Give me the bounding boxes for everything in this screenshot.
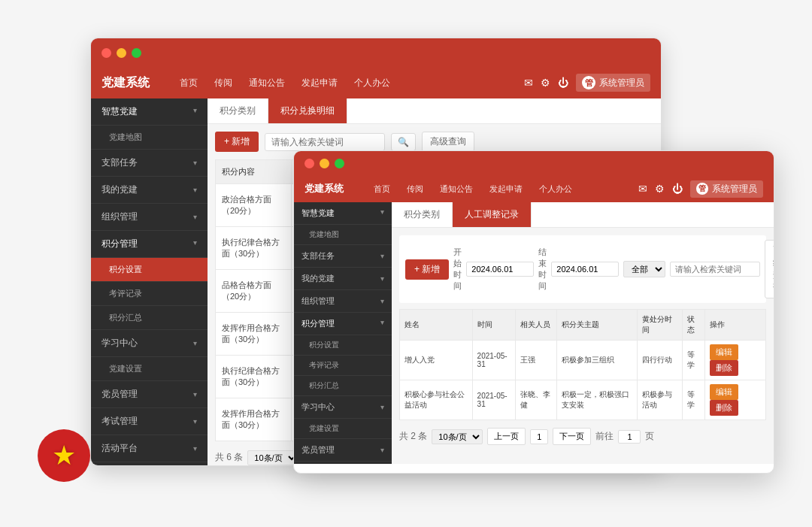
s-nav-home[interactable]: 首页 (366, 180, 398, 198)
s-sidebar-jfhz[interactable]: 积分汇总 (294, 376, 392, 396)
s-maximize-dot[interactable] (335, 159, 344, 168)
chevron-down-icon: ▾ (193, 213, 197, 221)
sidebar-item-zbrw[interactable]: 支部任务 ▾ (91, 150, 208, 177)
second-titlebar (294, 151, 774, 175)
sidebar-item-djsz[interactable]: 党建设置 (91, 357, 208, 381)
s-admin-area[interactable]: 管 系统管理员 (690, 180, 763, 198)
sidebar-item-xxzx[interactable]: 学习中心 ▾ (91, 330, 208, 357)
s-tab-jflb[interactable]: 积分类别 (392, 202, 453, 227)
s-page-1[interactable]: 1 (530, 429, 548, 444)
s-sidebar-kpjl[interactable]: 考评记录 (294, 356, 392, 376)
s-end-date[interactable] (551, 262, 619, 277)
power-icon[interactable]: ⏻ (558, 77, 568, 89)
nav-transfer[interactable]: 传阅 (207, 74, 240, 92)
toolbar: + 新增 🔍 高级查询 (215, 132, 653, 152)
s-sidebar-djdt[interactable]: 党建地图 (294, 225, 392, 245)
s-nav-notice[interactable]: 通知公告 (432, 180, 480, 198)
s-chevron-up2: ▴ (380, 320, 384, 328)
s-sidebar-zzgl[interactable]: 组织管理 ▾ (294, 290, 392, 313)
s-sidebar-wddj[interactable]: 我的党建 ▾ (294, 268, 392, 290)
s-edit-button[interactable]: 编辑 (710, 384, 738, 400)
cell-content: 发挥作用合格方面（30分） (216, 313, 292, 356)
s-cell-duration: 四行行动 (637, 341, 682, 380)
sidebar-item-header-djjj[interactable]: 智慧党建 ▴ (91, 98, 208, 126)
per-page-select[interactable]: 10条/页 (247, 450, 298, 465)
sidebar-item-dygl[interactable]: 党员管理 ▾ (91, 381, 208, 408)
s-advanced-btn[interactable]: 高级查询 (765, 240, 774, 298)
s-cell-people: 王强 (516, 341, 557, 380)
s-tabs-bar: 积分类别 人工调整记录 (392, 202, 774, 228)
new-button[interactable]: + 新增 (215, 132, 259, 152)
mail-icon[interactable]: ✉ (524, 77, 533, 89)
advanced-search-button[interactable]: 高级查询 (422, 132, 474, 152)
s-sidebar-jfsz[interactable]: 积分设置 (294, 335, 392, 356)
s-sidebar-dygl[interactable]: 党员管理 ▾ (294, 439, 392, 462)
sidebar-item-ksgl[interactable]: 考试管理 ▾ (91, 408, 208, 435)
s-sidebar-header[interactable]: 智慧党建 ▴ (294, 202, 392, 225)
settings-icon[interactable]: ⚙ (541, 77, 550, 89)
sidebar-item-kpjl[interactable]: 考评记录 (91, 282, 208, 306)
s-nav-chuanlan[interactable]: 传阅 (399, 180, 431, 198)
sidebar-item-header-jfgl[interactable]: 积分管理 ▴ (91, 231, 208, 258)
s-sidebar-jfgl-header[interactable]: 积分管理 ▴ (294, 313, 392, 335)
s-start-date[interactable] (466, 262, 534, 277)
s-delete-button[interactable]: 删除 (710, 360, 738, 376)
chevron-down-icon: ▾ (193, 417, 197, 426)
s-cell-duration: 积极参与活动 (637, 380, 682, 420)
s-cell-status: 等学 (682, 380, 704, 420)
tab-jfdhmd[interactable]: 积分兑换明细 (268, 98, 347, 123)
chevron-down-icon: ▾ (193, 390, 197, 398)
s-search-input[interactable] (670, 262, 760, 277)
s-nav-personal[interactable]: 个人办公 (532, 180, 580, 198)
s-tab-rgtz[interactable]: 人工调整记录 (453, 202, 532, 227)
chevron-up-icon: ▴ (193, 108, 197, 116)
sidebar-item-wddj[interactable]: 我的党建 ▾ (91, 177, 208, 204)
close-dot[interactable] (102, 48, 111, 58)
s-next-btn[interactable]: 下一页 (553, 428, 591, 445)
nav-apply[interactable]: 发起申请 (294, 74, 345, 92)
s-sidebar-xxzx[interactable]: 学习中心 ▾ (294, 396, 392, 419)
nav-home[interactable]: 首页 (172, 74, 205, 92)
s-sidebar-ksgl[interactable]: 考试管理 (294, 462, 392, 464)
s-sidebar-zbrw[interactable]: 支部任务 ▾ (294, 245, 392, 268)
nav-notice[interactable]: 通知公告 (241, 74, 292, 92)
minimize-dot[interactable] (117, 48, 126, 58)
s-page-input[interactable] (618, 430, 641, 444)
second-app-header: 党建系统 首页 传阅 通知公告 发起申请 个人办公 ✉ ⚙ ⏻ 管 系统管理员 (294, 175, 774, 202)
cell-content: 执行纪律合格方面（30分） (216, 356, 292, 398)
s-minimize-dot[interactable] (320, 159, 329, 168)
sidebar-item-jfhz[interactable]: 积分汇总 (91, 306, 208, 330)
sidebar-item-jfsz[interactable]: 积分设置 (91, 258, 208, 282)
sidebar-item-djdt[interactable]: 党建地图 (91, 126, 208, 150)
s-settings-icon[interactable]: ⚙ (655, 183, 665, 195)
tab-jflb[interactable]: 积分类别 (208, 98, 268, 123)
s-per-page[interactable]: 10条/页 (432, 429, 483, 444)
chevron-up-icon: ▴ (193, 240, 197, 248)
search-input[interactable] (265, 133, 385, 151)
search-button[interactable]: 🔍 (391, 133, 416, 151)
sidebar-item-bszx[interactable]: 帮束中心 ▾ (91, 462, 208, 465)
s-power-icon[interactable]: ⏻ (672, 183, 683, 195)
s-chevron-down: ▾ (380, 252, 384, 260)
admin-area[interactable]: 管 系统管理员 (576, 74, 650, 92)
s-nav-apply[interactable]: 发起申请 (482, 180, 530, 198)
nav-personal[interactable]: 个人办公 (347, 74, 398, 92)
s-chevron-down5: ▾ (380, 446, 384, 454)
s-prev-btn[interactable]: 上一页 (487, 428, 526, 445)
second-window: 党建系统 首页 传阅 通知公告 发起申请 个人办公 ✉ ⚙ ⏻ 管 系统管理员 … (293, 150, 774, 474)
maximize-dot[interactable] (132, 48, 141, 58)
s-new-button[interactable]: + 新增 (405, 259, 449, 280)
sidebar-item-hdpt[interactable]: 活动平台 ▾ (91, 435, 208, 462)
s-mail-icon[interactable]: ✉ (638, 183, 647, 195)
s-sidebar-djsz[interactable]: 党建设置 (294, 419, 392, 439)
app-logo: 党建系统 (102, 75, 150, 91)
s-total-count: 共 2 条 (399, 430, 427, 443)
s-admin-avatar: 管 (696, 183, 708, 195)
s-delete-button[interactable]: 删除 (710, 400, 738, 416)
s-close-dot[interactable] (304, 159, 314, 168)
s-edit-button[interactable]: 编辑 (710, 344, 738, 360)
s-type-select[interactable]: 全部 (623, 261, 665, 277)
second-app-logo: 党建系统 (304, 182, 344, 195)
sidebar-item-zzgl[interactable]: 组织管理 ▾ (91, 204, 208, 231)
s-cell-theme: 积极参加三组织 (557, 341, 638, 380)
